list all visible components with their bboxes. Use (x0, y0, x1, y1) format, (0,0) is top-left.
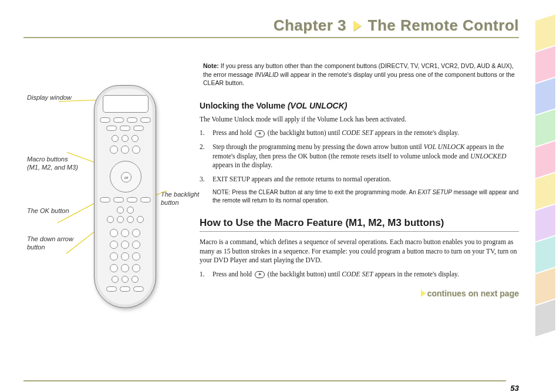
remote-diagram-column: Display window Macro buttons (M1, M2, an… (23, 62, 200, 299)
t: (the backlight button) until (266, 271, 342, 278)
step-number: 1. (200, 270, 212, 279)
exit-setup: EXIT SETUP (418, 189, 452, 195)
vol-unlock: VOL UNLOCK (424, 143, 465, 150)
backlight-icon: ☀ (255, 130, 265, 137)
side-tab (535, 204, 555, 241)
callout-ok-button: The OK button (27, 207, 80, 215)
macro-step-1: 1. Press and hold ☀ (the backlight butto… (200, 270, 519, 279)
chapter-name: The Remote Control (368, 16, 519, 34)
footer: 53 (23, 380, 519, 381)
remote-display-window (103, 95, 149, 113)
unlock-step-3: 3. EXIT SETUP appears and the remote ret… (200, 175, 519, 184)
step-number: 3. (200, 175, 212, 184)
callout-macro-buttons: Macro buttons (M1, M2, and M3) (27, 156, 80, 172)
unlock-step-1: 1. Press and hold ☀ (the backlight butto… (200, 129, 519, 138)
footer-rule (23, 380, 506, 381)
t: Step through the programming menu by pre… (212, 143, 424, 150)
triangle-icon (353, 21, 361, 31)
callout-backlight-button: The backlight button (161, 191, 203, 207)
t: EXIT SETUP appears and the remote return… (212, 175, 519, 184)
ok-button-on-remote: OK (121, 172, 131, 183)
side-tab (535, 236, 555, 273)
unlock-intro: The Volume Unlock mode will apply if the… (200, 115, 519, 124)
inner-note: NOTE: Press the CLEAR button at any time… (212, 188, 519, 205)
step-number: 1. (200, 129, 212, 138)
note-prefix: Note: (203, 62, 219, 69)
t: Press and hold (212, 129, 254, 136)
side-tab (535, 14, 555, 51)
t: NOTE: Press the CLEAR button at any time… (212, 189, 418, 195)
macro-intro: Macro is a command, which defines a sequ… (200, 238, 519, 265)
side-tabs (535, 18, 558, 334)
chapter-title: Chapter 3 The Remote Control (23, 16, 532, 35)
t: appears in the remote's display. (373, 129, 459, 136)
side-tab (535, 173, 555, 209)
side-tab (535, 109, 555, 146)
backlight-icon: ☀ (255, 271, 265, 278)
continues-label: continues on next page (427, 289, 519, 298)
side-tab (535, 141, 555, 178)
note-box: Note: If you press any button other than… (200, 62, 519, 87)
header-rule (23, 37, 519, 38)
t: appears in the remote's display. (373, 271, 459, 278)
remote-control-illustration: OK (94, 85, 156, 308)
section-rule (200, 231, 519, 232)
subhead-unlock: Unlocking the Volume (VOL UNLOCK) (200, 100, 519, 111)
code-set: CODE SET (342, 129, 373, 136)
side-tab (535, 46, 555, 83)
page-number: 53 (511, 384, 519, 392)
note-invalid: INVALID (255, 71, 278, 78)
t: Press and hold (212, 271, 254, 278)
continues-on-next-page: continues on next page (200, 288, 519, 299)
code-set: CODE SET (342, 271, 373, 278)
side-tab (535, 268, 555, 305)
side-tab (535, 299, 555, 336)
chapter-label: Chapter 3 (274, 16, 346, 34)
unlocked: UNLOCKED (470, 153, 506, 160)
arrow-ring: OK (110, 161, 141, 192)
body-text-column: Note: If you press any button other than… (200, 62, 532, 299)
unlock-step-2: 2. Step through the programming menu by … (200, 143, 519, 170)
step-number: 2. (200, 143, 212, 170)
section-head-macro: How to Use the Macro Feature (M1, M2, M3… (200, 217, 519, 230)
t: appears in the display. (212, 161, 272, 168)
t: (the backlight button) until (266, 129, 342, 136)
triangle-icon (421, 290, 426, 297)
subhead-unlock-italic: (VOL UNLOCK) (288, 101, 348, 110)
side-tab (535, 77, 555, 114)
subhead-unlock-plain: Unlocking the Volume (200, 101, 288, 110)
